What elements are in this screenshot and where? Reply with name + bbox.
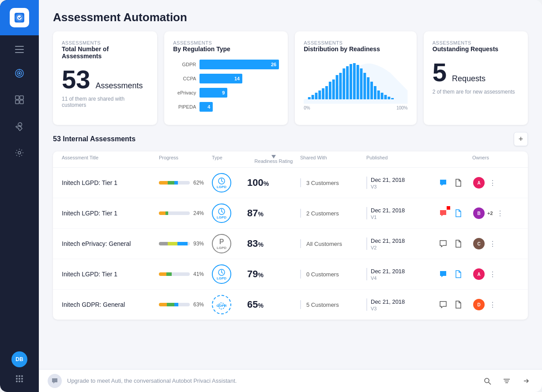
page-title: Assessment Automation	[53, 11, 528, 24]
row2-actions	[437, 207, 472, 219]
svg-rect-27	[322, 88, 324, 99]
search-icon[interactable]	[480, 374, 494, 388]
row1-published: Dec 21, 2018 V3	[366, 177, 437, 189]
svg-rect-44	[381, 93, 384, 99]
bar-track-pipeda: 4	[199, 102, 213, 112]
stat-title-total: Total Number of Assessments	[62, 45, 148, 60]
col-header-title: Assessment Title	[62, 155, 159, 164]
row4-progress: 41%	[159, 271, 212, 277]
stat-unit-outstanding: Requests	[452, 74, 486, 83]
row1-owners: A ⋮	[472, 176, 508, 189]
doc-action-icon[interactable]	[452, 298, 464, 311]
more-menu[interactable]: ⋮	[487, 270, 498, 279]
svg-rect-46	[388, 97, 391, 99]
hamburger-menu[interactable]	[0, 39, 39, 60]
svg-rect-4	[15, 52, 24, 53]
sidebar-item-radar[interactable]	[0, 61, 39, 86]
table-row: Initech LGPD: Tier 1 24% LGPD	[53, 198, 528, 229]
col-header-owners: Owners	[472, 155, 508, 164]
svg-point-18	[19, 378, 20, 380]
doc-action-icon[interactable]	[452, 237, 464, 250]
doc-action-icon[interactable]	[452, 177, 464, 189]
row3-owners: C ⋮	[472, 237, 508, 250]
data-table: Assessment Title Progress Type Readiness…	[53, 151, 528, 320]
svg-point-22	[21, 381, 23, 382]
row5-title: Initech GDPR: General	[62, 301, 159, 308]
page-header: Assessment Automation	[39, 0, 542, 31]
svg-rect-42	[374, 86, 376, 99]
row4-actions	[437, 268, 472, 280]
row1-shared: 3 Customers	[300, 178, 366, 187]
more-menu[interactable]: ⋮	[487, 179, 498, 187]
chat-action-icon[interactable]	[437, 268, 449, 280]
stat-label-distribution: Assessments	[304, 40, 408, 45]
svg-rect-3	[15, 49, 24, 50]
row5-type: GDPR	[212, 295, 247, 314]
row1-type: LGPD	[212, 173, 247, 192]
svg-rect-43	[377, 90, 380, 99]
row3-title: Initech ePrivacy: General	[62, 240, 159, 247]
row4-owners: A ⋮	[472, 268, 508, 281]
row5-shared: 5 Customers	[300, 300, 366, 309]
row5-published: Dec 21, 2018 V3	[366, 298, 437, 311]
chat-action-icon[interactable]	[437, 237, 449, 250]
chat-action-icon[interactable]	[437, 207, 449, 219]
bar-label-gdpr: GDPR	[173, 62, 196, 67]
user-avatar[interactable]: DB	[11, 351, 27, 367]
svg-point-21	[19, 381, 20, 382]
filter-icon[interactable]	[500, 374, 514, 388]
row5-actions	[437, 298, 472, 311]
svg-rect-24	[312, 95, 314, 99]
table-row: Initech LGPD: Tier 1 41% LGPD	[53, 259, 528, 290]
row5-readiness: 65%	[247, 299, 300, 310]
col-header-published: Published	[366, 155, 437, 164]
apps-icon[interactable]	[11, 371, 27, 387]
svg-rect-41	[370, 82, 373, 99]
col-header-type: Type	[212, 155, 247, 164]
sidebar-item-settings[interactable]	[0, 140, 39, 165]
doc-action-icon[interactable]	[452, 207, 464, 219]
more-menu[interactable]: ⋮	[495, 209, 505, 218]
svg-rect-45	[384, 95, 387, 99]
row1-readiness: 100%	[247, 177, 300, 188]
sidebar-item-dashboard[interactable]	[0, 87, 39, 112]
svg-point-15	[19, 375, 20, 377]
chat-action-icon[interactable]	[437, 177, 449, 189]
svg-rect-39	[364, 73, 366, 99]
svg-point-17	[16, 378, 18, 380]
owner-avatar: B	[472, 207, 486, 220]
svg-point-13	[18, 151, 21, 154]
stat-card-total: Assessments Total Number of Assessments …	[53, 31, 157, 125]
table-header-row: 53 Internal Assessments +	[53, 132, 528, 146]
sidebar-item-tools[interactable]	[0, 114, 39, 139]
table-row: Initech ePrivacy: General 93% P LGPD	[53, 229, 528, 259]
bar-label-eprivacy: ePrivacy	[173, 90, 196, 95]
add-button[interactable]: +	[514, 132, 528, 146]
svg-rect-10	[20, 96, 23, 99]
doc-action-icon[interactable]	[452, 268, 464, 280]
stat-title-outstanding: Outstanding Requests	[433, 45, 519, 53]
more-menu[interactable]: ⋮	[487, 301, 498, 309]
stat-value-total: 53	[62, 67, 90, 92]
row3-progress: 93%	[159, 241, 212, 247]
logo-icon	[10, 8, 29, 27]
stat-sub-total: 11 of them are shared with customers	[62, 96, 148, 108]
main-content: Assessment Automation Assessments Total …	[39, 0, 542, 392]
owner-avatar: D	[472, 298, 486, 311]
svg-point-1	[17, 15, 22, 20]
bar-track-ccpa: 14	[199, 74, 242, 83]
bottom-bar-actions	[480, 374, 533, 388]
table-row: Initech GDPR: General 63% GDPR	[53, 290, 528, 320]
stat-title-regulation: By Regulation Type	[173, 45, 279, 53]
col-header-actions	[437, 155, 472, 164]
dist-axis-end: 100%	[396, 106, 408, 110]
more-menu[interactable]: ⋮	[487, 240, 498, 248]
logo[interactable]	[0, 0, 39, 35]
table-col-headers: Assessment Title Progress Type Readiness…	[53, 151, 528, 168]
stat-label-outstanding: Assessments	[433, 40, 519, 45]
row4-shared: 0 Customers	[300, 270, 366, 279]
arrow-icon[interactable]	[519, 374, 533, 388]
row3-published: Dec 21, 2018 V2	[366, 237, 437, 250]
sidebar: DB	[0, 0, 39, 392]
chat-action-icon[interactable]	[437, 298, 449, 311]
